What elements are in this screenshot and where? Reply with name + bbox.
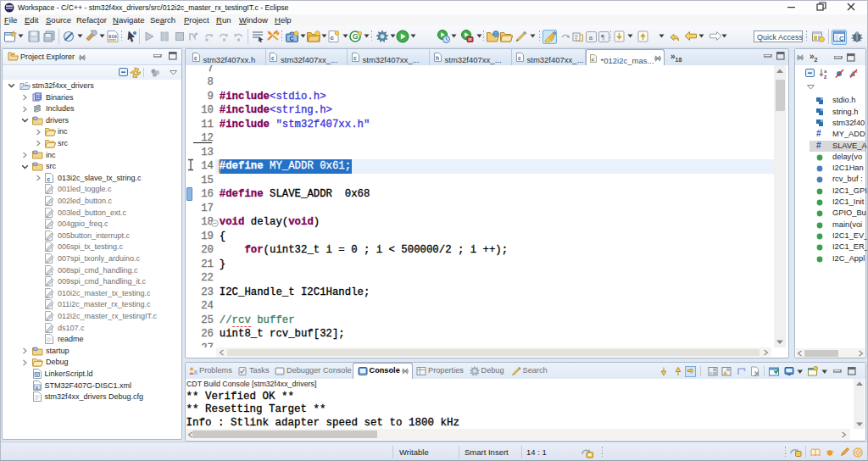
svg-text:C: C [290, 36, 294, 42]
svg-text:c: c [194, 55, 198, 61]
svg-text:¶: ¶ [601, 33, 604, 42]
svg-text:G: G [353, 32, 359, 41]
svg-text:z: z [824, 74, 827, 80]
svg-text:s: s [855, 69, 858, 74]
svg-text:c: c [331, 34, 335, 42]
svg-text:c: c [271, 55, 275, 61]
svg-text:h: h [436, 55, 439, 61]
svg-text:c: c [518, 55, 521, 61]
svg-text:C: C [25, 81, 28, 86]
svg-text:C: C [839, 35, 844, 42]
svg-text:01: 01 [36, 95, 42, 100]
svg-text:c: c [353, 55, 357, 61]
svg-text:010: 010 [108, 34, 117, 40]
svg-text:c: c [47, 175, 50, 181]
svg-text:a: a [589, 34, 593, 42]
